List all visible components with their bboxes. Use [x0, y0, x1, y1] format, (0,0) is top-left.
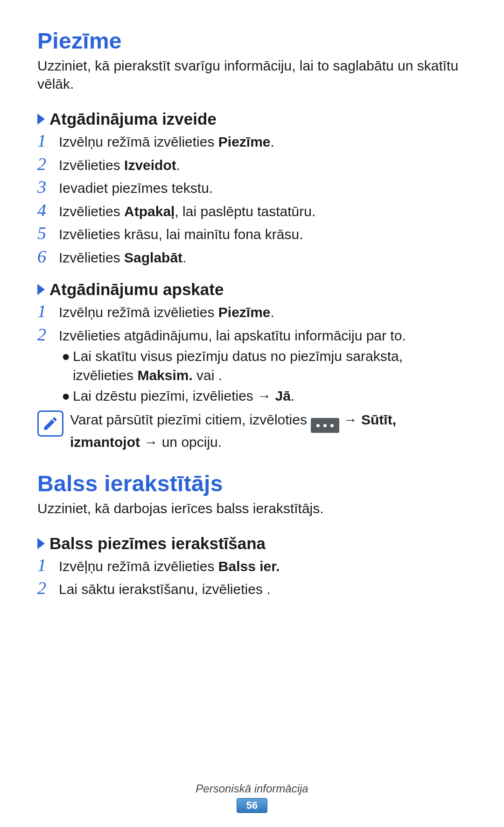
step-text: Ievadiet piezīmes tekstu. [59, 179, 467, 198]
step-text: Izvēlieties Atpakaļ, lai paslēptu tastat… [59, 202, 467, 221]
step-number: 1 [37, 556, 59, 575]
step-number: 2 [37, 325, 59, 345]
subheading-record-voice-note-label: Balss piezīmes ierakstīšana [49, 534, 266, 553]
chevron-right-icon [37, 538, 45, 549]
step-text: Izvēlieties krāsu, lai mainītu fona krās… [59, 225, 467, 244]
document-page: Piezīme Uzziniet, kā pierakstīt svarīgu … [0, 0, 504, 827]
note-block: Varat pārsūtīt piezīmi citiem, izvēlotie… [37, 410, 467, 452]
step-number: 6 [37, 247, 59, 267]
step: 4 Izvēlieties Atpakaļ, lai paslēptu tast… [37, 201, 467, 221]
step: 6 Izvēlieties Saglabāt. [37, 247, 467, 268]
heading-voice-recorder: Balss ierakstītājs [37, 471, 467, 496]
step-number: 4 [37, 201, 59, 220]
bullet-icon: ● [59, 347, 73, 385]
subheading-view-reminders-label: Atgādinājumu apskate [49, 280, 224, 299]
step: 2 Lai sāktu ierakstīšanu, izvēlieties . [37, 579, 467, 599]
heading-piezime: Piezīme [37, 28, 467, 54]
dot-icon [330, 424, 334, 427]
step-text: Izvēlņu režīmā izvēlieties Piezīme. [59, 303, 467, 322]
bullet-text: Lai skatītu visus piezīmju datus no piez… [73, 347, 467, 385]
bullet-text: Lai dzēstu piezīmi, izvēlieties → Jā. [73, 387, 294, 406]
intro-voice-recorder: Uzziniet, kā darbojas ierīces balss iera… [37, 499, 467, 517]
step: 5 Izvēlieties krāsu, lai mainītu fona kr… [37, 224, 467, 244]
step-number: 2 [37, 579, 59, 598]
step: 1 Izvēlņu režīmā izvēlieties Piezīme. [37, 131, 467, 152]
subheading-create-reminder: Atgādinājuma izveide [37, 110, 467, 128]
page-footer: Personiskā informācija 56 [0, 782, 504, 813]
step-number: 2 [37, 155, 59, 174]
note-text: Varat pārsūtīt piezīmi citiem, izvēlotie… [70, 410, 467, 452]
bullet-item: ● Lai dzēstu piezīmi, izvēlieties → Jā. [59, 387, 467, 406]
bullets: ● Lai skatītu visus piezīmju datus no pi… [59, 347, 467, 406]
step-number: 1 [37, 131, 59, 151]
step-text: Izvēlņu režīmā izvēlieties Piezīme. [59, 133, 467, 152]
pencil-icon [42, 415, 59, 432]
step-number: 1 [37, 302, 59, 321]
chevron-right-icon [37, 284, 45, 295]
step: 3 Ievadiet piezīmes tekstu. [37, 177, 467, 198]
dot-icon [323, 424, 327, 427]
page-number-badge: 56 [237, 798, 267, 813]
section-voice-recorder: Balss ierakstītājs Uzziniet, kā darbojas… [37, 471, 467, 599]
pencil-note-icon [37, 410, 63, 437]
dot-icon [316, 424, 320, 427]
step-text: Izvēlieties Saglabāt. [59, 248, 467, 268]
steps-record-voice-note: 1 Izvēļņu režīmā izvēlieties Balss ier. … [37, 556, 467, 599]
section-piezime: Piezīme Uzziniet, kā pierakstīt svarīgu … [37, 28, 467, 452]
step-text: Izvēļņu režīmā izvēlieties Balss ier. [59, 557, 467, 576]
step-text: Izvēlieties Izveidot. [59, 156, 467, 175]
steps-create-reminder: 1 Izvēlņu režīmā izvēlieties Piezīme. 2 … [37, 131, 467, 267]
bullet-item: ● Lai skatītu visus piezīmju datus no pi… [59, 347, 467, 385]
subheading-create-reminder-label: Atgādinājuma izveide [49, 110, 217, 128]
step: 2 Izvēlieties Izveidot. [37, 155, 467, 175]
step: 1 Izvēlņu režīmā izvēlieties Piezīme. [37, 302, 467, 322]
step-number: 3 [37, 177, 59, 197]
subheading-view-reminders: Atgādinājumu apskate [37, 280, 467, 299]
subheading-record-voice-note: Balss piezīmes ierakstīšana [37, 534, 467, 553]
step-text: Lai sāktu ierakstīšanu, izvēlieties . [59, 580, 467, 599]
chevron-right-icon [37, 113, 45, 125]
overflow-menu-icon [311, 418, 339, 433]
bullet-icon: ● [59, 387, 73, 406]
intro-piezime: Uzziniet, kā pierakstīt svarīgu informāc… [37, 57, 467, 93]
step-number: 5 [37, 224, 59, 243]
step: 1 Izvēļņu režīmā izvēlieties Balss ier. [37, 556, 467, 576]
step-text: Izvēlieties atgādinājumu, lai apskatītu … [59, 326, 467, 408]
steps-view-reminders: 1 Izvēlņu režīmā izvēlieties Piezīme. 2 … [37, 302, 467, 408]
step: 2 Izvēlieties atgādinājumu, lai apskatīt… [37, 325, 467, 408]
footer-category: Personiskā informācija [0, 782, 504, 795]
